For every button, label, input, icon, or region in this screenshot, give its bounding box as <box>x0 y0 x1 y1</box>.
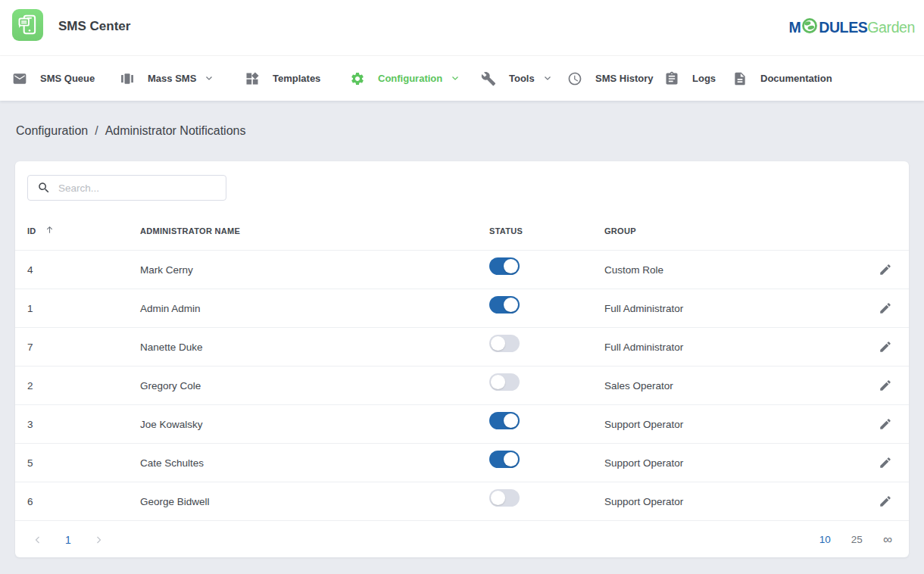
column-header-status[interactable]: STATUS <box>489 226 604 236</box>
nav-item-label: Templates <box>273 73 320 84</box>
admins-table: ID ADMINISTRATOR NAME STATUS GROUP 4Mark… <box>15 211 909 521</box>
page-size-25[interactable]: 25 <box>851 534 863 545</box>
clock-icon <box>567 71 582 86</box>
nav-item-sms-history[interactable]: SMS History <box>567 56 654 101</box>
breadcrumb-separator: / <box>95 124 98 137</box>
edit-button[interactable] <box>879 456 892 469</box>
nav-item-label: Mass SMS <box>148 73 196 84</box>
page-nav: 1 <box>27 534 103 546</box>
nav-item-label: SMS Queue <box>40 73 95 84</box>
logo-part-garden: Garden <box>867 19 915 36</box>
column-header-name[interactable]: ADMINISTRATOR NAME <box>140 226 489 236</box>
status-toggle[interactable] <box>489 296 520 314</box>
clipboard-icon <box>664 71 679 86</box>
columns-icon <box>120 71 135 86</box>
nav-item-logs[interactable]: Logs <box>664 56 716 101</box>
edit-button[interactable] <box>879 301 892 315</box>
nav-item-documentation[interactable]: Documentation <box>732 56 832 101</box>
nav-item-label: Tools <box>509 73 535 84</box>
status-toggle[interactable] <box>489 335 520 352</box>
breadcrumb-current: Administrator Notifications <box>105 124 246 137</box>
cell-administrator-name: Gregory Cole <box>140 380 489 392</box>
cell-administrator-name: Admin Admin <box>140 303 489 314</box>
gear-icon <box>350 71 365 86</box>
toggle-knob <box>491 491 505 505</box>
page-size-10[interactable]: 10 <box>819 534 831 545</box>
cell-administrator-name: Mark Cerny <box>140 264 489 276</box>
cell-group: Full Administrator <box>604 303 879 314</box>
chevron-down-icon <box>543 72 552 86</box>
nav-item-label: Documentation <box>760 73 832 84</box>
status-toggle[interactable] <box>489 489 520 507</box>
toggle-knob <box>491 336 505 351</box>
table-row: 3Joe KowalskySupport Operator <box>15 405 909 444</box>
cell-id: 3 <box>27 419 140 430</box>
status-toggle[interactable] <box>489 373 520 391</box>
table-row: 5Cate SchultesSupport Operator <box>15 444 909 482</box>
logo-part-dules: DULES <box>819 19 867 36</box>
status-toggle[interactable] <box>489 451 520 468</box>
sort-asc-arrow-icon <box>45 225 55 236</box>
nav-item-configuration[interactable]: Configuration <box>350 56 460 101</box>
widgets-icon <box>245 71 260 86</box>
cell-group: Custom Role <box>604 264 879 276</box>
edit-button[interactable] <box>879 340 892 354</box>
mail-icon <box>12 71 27 86</box>
logo-part-m: M <box>788 19 801 36</box>
cell-id: 2 <box>27 380 140 392</box>
prev-page-button[interactable] <box>33 535 42 544</box>
header: SMS Center M DULES Garden <box>0 0 924 56</box>
status-toggle[interactable] <box>489 257 520 275</box>
search-input[interactable] <box>58 182 210 194</box>
toggle-knob <box>504 259 518 273</box>
edit-button[interactable] <box>879 417 892 431</box>
table-row: 6George BidwellSupport Operator <box>15 482 909 521</box>
toggle-knob <box>491 375 505 389</box>
nav-item-label: Logs <box>692 73 716 84</box>
main-nav: SMS QueueMass SMSTemplatesConfigurationT… <box>0 56 924 101</box>
nav-item-templates[interactable]: Templates <box>245 56 320 101</box>
modulesgarden-logo: M DULES Garden <box>788 17 915 37</box>
pagination: 1 10 25 ∞ <box>15 522 909 557</box>
column-header-id[interactable]: ID <box>27 225 140 236</box>
cell-administrator-name: Nanette Duke <box>140 342 489 353</box>
page-number[interactable]: 1 <box>65 534 71 546</box>
status-toggle[interactable] <box>489 412 520 429</box>
cell-administrator-name: Joe Kowalsky <box>140 419 489 430</box>
table-row: 7Nanette DukeFull Administrator <box>15 328 909 367</box>
table-body: 4Mark CernyCustom Role1Admin AdminFull A… <box>15 251 909 521</box>
wrench-icon <box>481 71 496 86</box>
edit-button[interactable] <box>879 379 892 392</box>
globe-icon <box>801 17 818 37</box>
nav-item-tools[interactable]: Tools <box>481 56 552 101</box>
column-header-group[interactable]: GROUP <box>604 226 879 236</box>
cell-id: 6 <box>27 496 140 507</box>
chevron-down-icon <box>204 72 214 86</box>
toggle-knob <box>504 452 518 466</box>
nav-item-label: SMS History <box>595 73 654 84</box>
table-header-row: ID ADMINISTRATOR NAME STATUS GROUP <box>15 211 909 251</box>
page-title: SMS Center <box>58 19 130 34</box>
page-size-unlimited[interactable]: ∞ <box>883 535 892 544</box>
cell-administrator-name: Cate Schultes <box>140 457 489 469</box>
next-page-button[interactable] <box>94 535 103 544</box>
toggle-knob <box>504 413 518 428</box>
toggle-knob <box>504 298 518 312</box>
edit-button[interactable] <box>879 494 892 508</box>
search-box <box>27 175 226 201</box>
sms-phone-icon <box>12 9 43 41</box>
cell-group: Full Administrator <box>604 342 879 353</box>
nav-item-sms-queue[interactable]: SMS Queue <box>12 56 95 101</box>
cell-group: Support Operator <box>604 496 879 507</box>
search-icon <box>37 181 51 195</box>
edit-button[interactable] <box>879 263 892 276</box>
admin-notifications-card: ID ADMINISTRATOR NAME STATUS GROUP 4Mark… <box>15 161 909 557</box>
table-row: 1Admin AdminFull Administrator <box>15 289 909 328</box>
cell-administrator-name: George Bidwell <box>140 496 489 507</box>
breadcrumb-parent[interactable]: Configuration <box>16 124 88 137</box>
nav-item-mass-sms[interactable]: Mass SMS <box>120 56 214 101</box>
breadcrumb: Configuration/Administrator Notification… <box>16 124 909 138</box>
cell-id: 4 <box>27 264 140 276</box>
cell-id: 1 <box>27 303 140 314</box>
cell-id: 7 <box>27 342 140 353</box>
